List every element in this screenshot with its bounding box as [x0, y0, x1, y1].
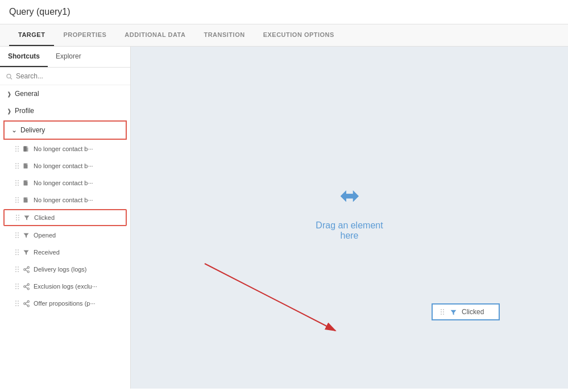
drag-handle-icon	[15, 197, 19, 203]
search-input[interactable]	[16, 72, 125, 80]
drag-handle-icon	[15, 163, 19, 169]
svg-line-15	[25, 287, 27, 288]
svg-point-13	[23, 285, 25, 287]
list-item[interactable]: No longer contact b···	[3, 158, 127, 174]
item-label: No longer contact b···	[34, 180, 121, 186]
drag-hint-text-line1: Drag an element	[316, 220, 383, 231]
chevron-right-icon: ❱	[7, 91, 11, 97]
share-icon	[22, 282, 30, 290]
svg-line-23	[205, 264, 335, 331]
drag-handle-icon	[15, 283, 19, 289]
item-label: No longer contact b···	[34, 197, 121, 203]
item-label: Received	[34, 249, 121, 256]
list-item[interactable]: No longer contact b···	[3, 192, 127, 208]
share-icon	[22, 265, 30, 273]
drag-handle-icon	[15, 232, 19, 238]
list-item[interactable]: No longer contact b···	[3, 141, 127, 157]
list-item[interactable]: Opened	[3, 227, 127, 243]
tab-target[interactable]: TARGET	[9, 24, 54, 46]
sidebar-content: ❱ General ❱ Profile ⌄ Delivery	[0, 85, 130, 389]
drag-handle-icon	[15, 249, 19, 255]
doc-icon	[22, 196, 30, 204]
dropped-element-label: Clicked	[462, 308, 484, 316]
svg-point-17	[27, 301, 29, 302]
page-title: Query (query1)	[9, 7, 71, 16]
item-label: Opened	[34, 232, 121, 239]
svg-line-11	[25, 268, 27, 269]
tabs-bar: TARGET PROPERTIES ADDITIONAL DATA TRANSI…	[0, 24, 568, 47]
item-label: Delivery logs (logs)	[34, 266, 121, 273]
tab-execution-options[interactable]: EXECUTION OPTIONS	[254, 24, 343, 46]
tab-transition[interactable]: TRANSITION	[194, 24, 254, 46]
tab-additional-data[interactable]: ADDITIONAL DATA	[115, 24, 194, 46]
share-icon	[22, 299, 30, 307]
drag-handle-icon	[15, 146, 19, 152]
svg-line-10	[25, 270, 27, 271]
svg-line-20	[25, 304, 27, 305]
svg-line-21	[25, 302, 27, 303]
move-icon	[316, 182, 383, 215]
section-general-label: General	[15, 90, 39, 98]
drag-handle-icon	[15, 301, 19, 306]
sidebar: Shortcuts Explorer ❱ General ❱	[0, 47, 131, 389]
drag-hint: Drag an element here	[316, 182, 383, 241]
header: Query (query1)	[0, 0, 568, 24]
drag-hint-text-line2: here	[316, 231, 383, 241]
sidebar-tabs: Shortcuts Explorer	[0, 47, 130, 68]
list-item-clicked[interactable]: Clicked	[3, 209, 127, 226]
list-item[interactable]: No longer contact b···	[3, 175, 127, 191]
drag-handle-icon	[441, 309, 444, 315]
sidebar-tab-explorer[interactable]: Explorer	[48, 47, 89, 67]
svg-point-19	[27, 305, 29, 306]
list-item[interactable]: Delivery logs (logs)	[3, 261, 127, 277]
chevron-down-icon: ⌄	[11, 126, 17, 134]
list-item[interactable]: Exclusion logs (exclu···	[3, 278, 127, 294]
dropped-element-clicked[interactable]: Clicked	[432, 303, 500, 320]
svg-point-18	[23, 302, 25, 304]
chevron-right-icon-2: ❱	[7, 108, 11, 114]
svg-point-9	[27, 270, 29, 272]
drag-handle-icon	[15, 266, 19, 272]
svg-point-14	[27, 287, 29, 289]
svg-line-16	[25, 285, 27, 286]
svg-point-0	[7, 74, 11, 78]
drag-handle-icon	[16, 215, 19, 220]
section-header-profile[interactable]: ❱ Profile	[0, 102, 130, 119]
drag-handle-icon	[15, 180, 19, 186]
filter-icon	[22, 248, 30, 256]
search-box	[0, 68, 130, 85]
section-profile-label: Profile	[15, 107, 34, 115]
canvas-area[interactable]: Drag an element here Clicked	[131, 47, 568, 389]
filter-icon-dropped	[450, 308, 457, 316]
item-label: Clicked	[34, 214, 120, 221]
section-header-general[interactable]: ❱ General	[0, 85, 130, 102]
list-item[interactable]: Received	[3, 244, 127, 260]
main-layout: Shortcuts Explorer ❱ General ❱	[0, 47, 568, 389]
filter-icon	[23, 214, 31, 222]
section-delivery-label: Delivery	[20, 126, 45, 134]
svg-point-8	[23, 268, 25, 270]
section-profile: ❱ Profile	[0, 102, 130, 119]
search-icon	[6, 73, 13, 80]
item-label: No longer contact b···	[34, 145, 121, 152]
svg-rect-3	[24, 146, 27, 151]
tab-properties[interactable]: PROPERTIES	[54, 24, 115, 46]
doc-icon	[22, 145, 30, 153]
item-label: No longer contact b···	[34, 162, 121, 169]
svg-line-1	[10, 77, 12, 79]
filter-icon	[22, 231, 30, 239]
svg-point-7	[27, 266, 29, 268]
svg-point-12	[27, 283, 29, 285]
doc-icon	[22, 179, 30, 187]
list-item[interactable]: Offer propositions (p···	[3, 295, 127, 311]
item-label: Offer propositions (p···	[34, 300, 121, 307]
item-label: Exclusion logs (exclu···	[34, 283, 121, 290]
sidebar-tab-shortcuts[interactable]: Shortcuts	[0, 47, 48, 67]
section-delivery: ⌄ Delivery	[0, 120, 130, 311]
section-general: ❱ General	[0, 85, 130, 102]
section-header-delivery[interactable]: ⌄ Delivery	[3, 120, 127, 140]
doc-icon	[22, 162, 30, 170]
